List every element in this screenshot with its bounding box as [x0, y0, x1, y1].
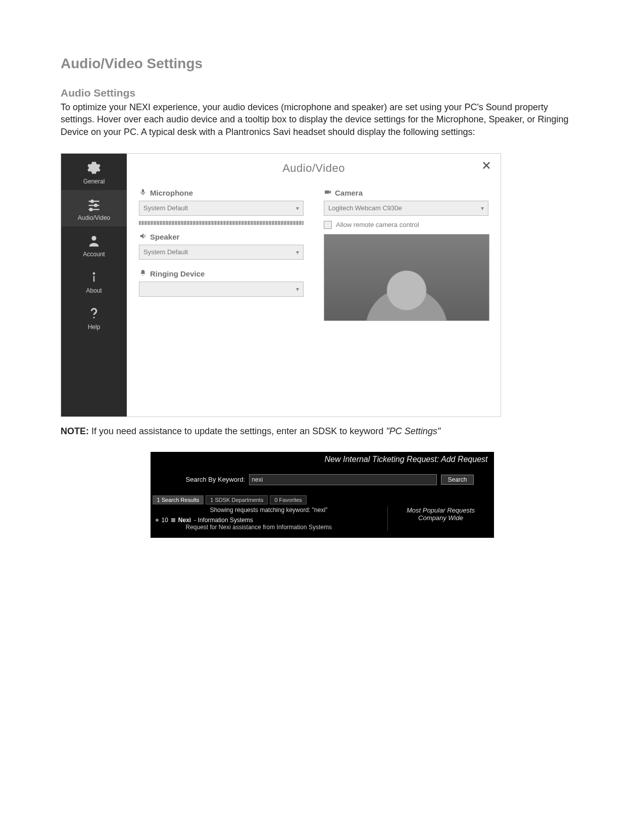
sidebar-item-help[interactable]: Help [61, 299, 127, 336]
note-line: NOTE: If you need assistance to update t… [61, 426, 583, 437]
svg-point-3 [94, 204, 97, 207]
settings-sidebar: General Audio/Video Account [61, 154, 127, 416]
result-description[interactable]: Request for Nexi assistance from Informa… [156, 524, 382, 531]
ringing-select[interactable]: ▾ [139, 282, 304, 297]
result-dept: - Information Systems [194, 517, 253, 524]
help-icon [87, 306, 101, 320]
microphone-icon [139, 188, 147, 198]
ticketing-title: New Internal Ticketing Request: Add Requ… [151, 452, 494, 466]
chevron-down-icon: ▾ [296, 205, 299, 212]
speaker-value: System Default [143, 248, 188, 256]
info-icon [87, 270, 101, 284]
note-prefix: NOTE: [61, 426, 89, 436]
bullet-icon [156, 519, 159, 522]
sidebar-item-about[interactable]: About [61, 263, 127, 299]
sidebar-item-label: Account [63, 251, 125, 258]
sidebar-item-label: Audio/Video [63, 214, 125, 221]
tab-sdsk-departments[interactable]: 1 SDSK Departments [206, 495, 268, 504]
ticket-tabs: 1 Search Results 1 SDSK Departments 0 Fa… [151, 495, 494, 504]
camera-label: Camera [324, 188, 488, 198]
sidebar-item-general[interactable]: General [61, 154, 127, 190]
speaker-icon [139, 232, 147, 242]
sidebar-item-label: General [63, 178, 125, 185]
svg-rect-8 [93, 276, 94, 282]
sidebar-item-audio-video[interactable]: Audio/Video [61, 190, 127, 226]
sidebar-item-label: Help [63, 323, 125, 331]
microphone-value: System Default [143, 204, 188, 212]
svg-point-6 [91, 236, 96, 241]
result-row[interactable]: 10 Nexi - Information Systems [156, 517, 382, 524]
microphone-level-meter [139, 221, 304, 225]
allow-remote-label: Allow remote camera control [336, 221, 419, 228]
note-italic: "PC Settings" [386, 426, 440, 436]
camera-value: Logitech Webcam C930e [328, 204, 402, 212]
camera-icon [324, 188, 332, 198]
panel-title: Audio/Video [139, 162, 488, 175]
ringing-label: Ringing Device [139, 269, 304, 279]
ticketing-panel: New Internal Ticketing Request: Add Requ… [151, 452, 494, 538]
svg-point-7 [93, 272, 95, 275]
page-title: Audio/Video Settings [61, 56, 583, 72]
result-count: 10 [162, 517, 168, 524]
speaker-select[interactable]: System Default ▾ [139, 245, 304, 260]
intro-paragraph: To optimize your NEXI experience, your a… [61, 101, 583, 138]
note-body: If you need assistance to update the set… [89, 426, 386, 436]
camera-select[interactable]: Logitech Webcam C930e ▾ [324, 201, 488, 216]
tab-search-results[interactable]: 1 Search Results [153, 495, 204, 504]
microphone-label: Microphone [139, 188, 304, 198]
chevron-down-icon: ▾ [296, 286, 299, 293]
svg-rect-11 [325, 191, 329, 194]
tab-favorites[interactable]: 0 Favorites [270, 495, 306, 504]
svg-point-9 [93, 317, 94, 318]
popular-requests-scope: Company Wide [393, 514, 489, 522]
search-input[interactable] [249, 474, 437, 485]
settings-panel: General Audio/Video Account [61, 153, 501, 417]
search-button[interactable]: Search [441, 475, 473, 485]
person-icon [87, 234, 101, 248]
svg-rect-10 [142, 189, 144, 193]
search-label: Search By Keyword: [186, 476, 245, 483]
speaker-label: Speaker [139, 232, 304, 242]
svg-point-5 [90, 208, 92, 211]
sliders-icon [87, 197, 101, 211]
square-icon [171, 518, 175, 522]
allow-remote-checkbox[interactable] [324, 221, 332, 229]
popular-requests-title: Most Popular Requests [393, 506, 489, 514]
matching-line: Showing requests matching keyword: "nexi… [156, 506, 382, 514]
gear-icon [87, 161, 101, 175]
section-title: Audio Settings [61, 87, 583, 99]
camera-preview [324, 234, 489, 321]
svg-point-1 [91, 200, 93, 203]
microphone-select[interactable]: System Default ▾ [139, 201, 304, 216]
close-icon[interactable]: ✕ [481, 159, 491, 173]
bell-icon [139, 269, 147, 279]
chevron-down-icon: ▾ [481, 205, 484, 212]
chevron-down-icon: ▾ [296, 249, 299, 256]
result-keyword: Nexi [178, 517, 191, 524]
sidebar-item-label: About [63, 287, 125, 294]
sidebar-item-account[interactable]: Account [61, 226, 127, 263]
